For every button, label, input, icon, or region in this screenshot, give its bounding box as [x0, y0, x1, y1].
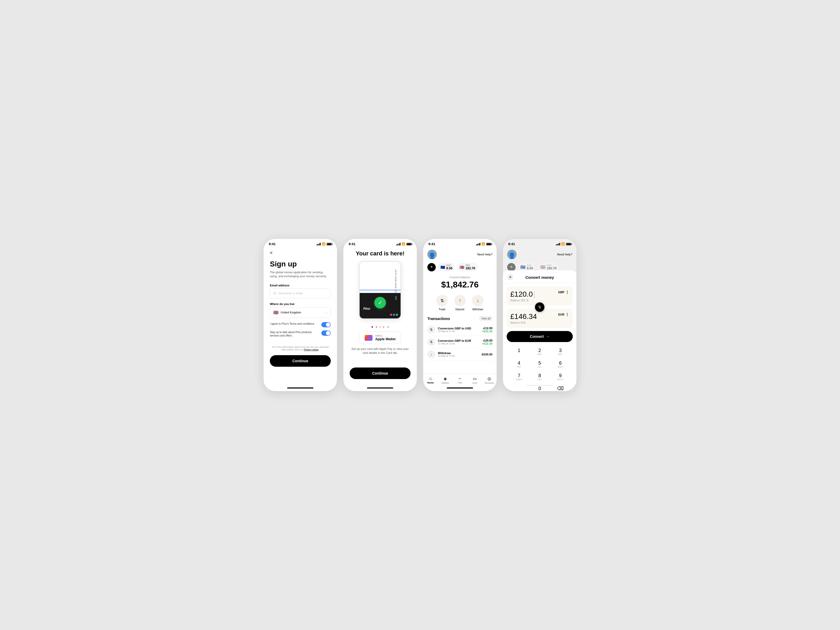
- txn-pos-1: +$15.30: [482, 330, 493, 333]
- battery-icon-4: [566, 243, 571, 245]
- home-indicator-3: [447, 387, 473, 388]
- currency-row: + 🇪🇺 EUR 8.56 🇬🇧 GBP 182.76: [423, 261, 497, 273]
- status-icons-1: 📶: [317, 242, 332, 246]
- uk-flag-icon-home: 🇬🇧: [459, 265, 464, 269]
- withdraw-button[interactable]: ↓ Withdraw: [472, 295, 483, 311]
- gbp-code: GBP: [466, 264, 475, 267]
- terms-label: I agree to Pino's Terms and conditions: [270, 322, 319, 325]
- add-currency-button[interactable]: +: [427, 263, 436, 272]
- chevron-down-icon: ⌄: [325, 311, 327, 314]
- deposit-icon: ↑: [454, 295, 466, 306]
- mail-icon: ✉: [273, 291, 276, 295]
- bottom-nav: ⌂ Home ◈ Wallets ↔ Pay ▭ Card ◎ Reward: [423, 374, 497, 385]
- key-empty: [509, 383, 529, 391]
- signup-subtitle: The global money application for sending…: [270, 270, 331, 278]
- uk-flag-icon: 🇬🇧: [273, 310, 278, 315]
- terms-toggle[interactable]: [321, 322, 331, 327]
- updates-toggle[interactable]: [321, 330, 331, 336]
- signal-icon-3: [476, 243, 481, 245]
- modal-title: Convert money: [525, 275, 554, 279]
- rewards-nav-icon: ◎: [488, 376, 491, 381]
- key-1[interactable]: 1: [509, 345, 529, 358]
- status-time-3: 9:41: [428, 242, 435, 246]
- eur-pill[interactable]: 🇪🇺 EUR 8.56: [438, 263, 455, 272]
- close-modal-button[interactable]: ✕: [507, 274, 513, 280]
- txn-name-1: Conversion GBP to USD: [438, 327, 479, 330]
- terms-toggle-row: I agree to Pino's Terms and conditions: [270, 322, 331, 327]
- signup-continue-button[interactable]: Continue: [270, 355, 331, 367]
- action-row: ⇅ Trade ↑ Deposit ↓ Withdraw: [423, 292, 497, 314]
- to-currency-menu-icon[interactable]: ⋮: [565, 313, 569, 317]
- transaction-item-2: ⇅ Conversion GBP to EUR 11 May at 12:43 …: [427, 336, 493, 348]
- key-0[interactable]: 0: [529, 383, 550, 391]
- home-header: 👤 Need Help?: [423, 248, 497, 261]
- privacy-link[interactable]: Privacy notice: [304, 348, 318, 351]
- from-currency-menu-icon[interactable]: ⋮: [565, 290, 569, 294]
- back-button[interactable]: <: [270, 250, 273, 256]
- status-bar-3: 9:41 📶: [423, 239, 497, 248]
- key-9[interactable]: 9 WXYZ: [550, 370, 571, 383]
- key-8[interactable]: 8 TUV: [529, 370, 550, 383]
- user-avatar[interactable]: 👤: [427, 249, 437, 259]
- privacy-text: For more information about how we use yo…: [270, 341, 331, 351]
- need-help-link[interactable]: Need Help?: [477, 253, 493, 256]
- txn-date-2: 11 May at 12:43: [438, 342, 479, 345]
- to-balance: Balance 8.56: [510, 321, 569, 324]
- numpad-row-3: 7 PQRS 8 TUV 9 WXYZ: [509, 370, 571, 383]
- key-7[interactable]: 7 PQRS: [509, 370, 529, 383]
- home-indicator-4: [527, 385, 553, 386]
- status-time-2: 9:41: [349, 242, 355, 246]
- key-backspace[interactable]: ⌫: [550, 383, 571, 391]
- trade-button[interactable]: ⇅ Trade: [436, 295, 448, 311]
- nav-card[interactable]: ▭ Card: [467, 376, 482, 384]
- card-content: Your card is here! 4275 4238 0005 7677 E…: [343, 248, 417, 385]
- status-icons-2: 📶: [396, 242, 412, 246]
- nav-rewards[interactable]: ◎ Rewards: [482, 376, 497, 384]
- key-6[interactable]: 6 MNO: [550, 358, 571, 370]
- swap-currencies-button[interactable]: ⇅: [535, 302, 545, 312]
- gbp-pill[interactable]: 🇬🇧 GBP 182.76: [457, 263, 478, 272]
- battery-icon-3: [486, 243, 491, 245]
- key-3[interactable]: 3 DEF: [550, 345, 571, 358]
- txn-neg-1: -£12.00: [482, 327, 493, 330]
- status-time-4: 9:41: [508, 242, 515, 246]
- balance-amount: $1,842.76: [427, 280, 493, 289]
- status-bar-1: 9:41 📶: [264, 239, 337, 248]
- signal-icon: [317, 243, 321, 245]
- add-to-wallet-button[interactable]: Add to Apple Wallet: [359, 332, 401, 344]
- key-5[interactable]: 5 JKL: [529, 358, 550, 370]
- convert-arrow-icon: →: [546, 335, 549, 339]
- transactions-header: Transactions View all: [427, 316, 493, 321]
- nav-pay[interactable]: ↔ Pay: [453, 376, 467, 384]
- convert-button[interactable]: Convert →: [507, 331, 573, 342]
- key-4[interactable]: 4 GHI: [509, 358, 529, 370]
- from-balance: Balance 182.76: [510, 299, 569, 302]
- status-icons-4: 📶: [556, 242, 572, 246]
- eur-code: EUR: [446, 264, 452, 267]
- balance-label: Current balance: [427, 276, 493, 279]
- view-all-button[interactable]: View all: [479, 316, 493, 321]
- deposit-button[interactable]: ↑ Deposit: [454, 295, 466, 311]
- add-to-text: Add to: [375, 335, 396, 337]
- key-2[interactable]: 2 ABC: [529, 345, 550, 358]
- card-nav-icon: ▭: [473, 376, 477, 381]
- eu-flag-icon-4: 🇪🇺: [520, 265, 526, 270]
- card-screen: 9:41 📶 Your card is here! 4275 4238 0005…: [343, 239, 417, 391]
- battery-icon: [327, 243, 332, 245]
- decorative-elements: ✦✦•★✦: [371, 325, 389, 329]
- signal-icon-4: [556, 243, 561, 245]
- gbp-amount: 182.76: [466, 267, 475, 270]
- convert-modal: ✕ Convert money £120.0| Balance 182.76 G…: [503, 270, 576, 391]
- card-continue-button[interactable]: Continue: [350, 368, 411, 379]
- need-help-link-4: Need Help?: [557, 253, 572, 256]
- trade-icon: ⇅: [436, 295, 448, 306]
- email-placeholder: Username or email: [278, 292, 303, 295]
- country-select[interactable]: 🇬🇧 United Kingdom ⌄: [270, 307, 331, 318]
- uk-flag-icon-4: 🇬🇧: [540, 265, 545, 270]
- email-input-field[interactable]: ✉ Username or email: [270, 289, 331, 298]
- transaction-item-1: ⇅ Conversion GBP to USD 12 May at 17:34 …: [427, 324, 493, 336]
- nav-home[interactable]: ⌂ Home: [423, 376, 438, 384]
- signup-screen: 9:41 📶 < Sign up The global money applic…: [264, 239, 337, 391]
- nav-wallets[interactable]: ◈ Wallets: [438, 376, 453, 384]
- card-visual: 4275 4238 0005 7677 EXP Pino: [359, 261, 401, 319]
